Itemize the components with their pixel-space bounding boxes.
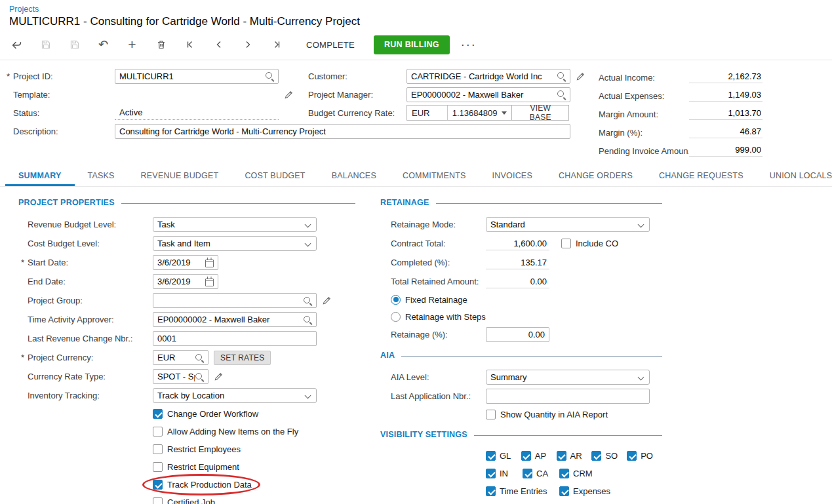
visibility-in[interactable]: IN [486,469,523,478]
first-record-button[interactable] [176,35,203,54]
save-button[interactable] [61,35,88,54]
visibility-time-entries[interactable]: Time Entries [486,486,559,496]
view-base-button[interactable]: VIEW BASE [511,106,568,120]
start-date-field[interactable]: 3/6/2019 [153,255,218,270]
tab-commitments[interactable]: COMMITMENTS [389,166,479,186]
visibility-so[interactable]: SO [591,451,627,461]
description-field[interactable]: Consulting for Cartridge World - Multi-C… [115,124,570,139]
checkbox[interactable] [559,469,569,478]
checkbox-label[interactable]: Restrict Equipment [167,462,239,472]
last-revenue-change-nbr-field[interactable]: 0001 [153,331,317,346]
tab-revenue-budget[interactable]: REVENUE BUDGET [128,166,232,186]
radio-button[interactable] [391,312,401,322]
checkbox-label[interactable]: Show Quantity in AIA Report [500,410,608,419]
calendar-icon[interactable] [205,260,214,267]
certified-job-checkbox-row[interactable]: Certified Job [153,494,355,504]
tab-balances[interactable]: BALANCES [319,166,389,186]
template-edit-button[interactable] [284,90,294,100]
search-icon[interactable] [303,315,312,324]
restrict-employees-checkbox-row[interactable]: Restrict Employees [153,440,355,458]
checkbox[interactable] [486,486,496,496]
retainage-mode-select[interactable]: Standard [486,217,650,232]
search-icon[interactable] [557,71,566,81]
visibility-ca[interactable]: CA [523,469,559,478]
checkbox-label[interactable]: Change Order Workflow [167,409,258,419]
delete-button[interactable] [148,35,174,54]
template-field[interactable] [115,87,279,102]
tab-tasks[interactable]: TASKS [75,166,128,186]
back-button[interactable] [3,35,30,54]
include-co-checkbox-row[interactable]: Include CO [561,235,618,252]
search-icon[interactable] [195,353,204,362]
retainage-with-steps-radio-row[interactable]: Retainage with Steps [380,308,662,325]
currency-rate-type-edit-button[interactable] [214,372,224,381]
allow-adding-new-items-checkbox-row[interactable]: Allow Adding New Items on the Fly [153,423,355,440]
previous-record-button[interactable] [205,35,232,54]
time-activity-approver-field[interactable]: EP00000002 - Maxwell Baker [153,312,317,327]
checkbox[interactable] [627,451,637,461]
add-button[interactable]: + [119,35,146,54]
radio-button[interactable] [391,295,401,305]
checkbox-label[interactable]: Allow Adding New Items on the Fly [167,427,298,436]
restrict-equipment-checkbox-row[interactable]: Restrict Equipment [153,458,355,476]
tab-summary[interactable]: SUMMARY [5,166,75,186]
checkbox[interactable] [561,239,571,248]
project-manager-field[interactable]: EP00000002 - Maxwell Baker [406,87,570,102]
tab-change-orders[interactable]: CHANGE ORDERS [545,166,646,186]
track-production-data-checkbox-row[interactable]: Track Production Data [153,476,355,494]
show-quantity-checkbox-row[interactable]: Show Quantity in AIA Report [486,406,662,423]
checkbox[interactable] [153,480,163,490]
cost-budget-level-select[interactable]: Task and Item [153,236,317,251]
checkbox[interactable] [559,486,569,496]
change-order-workflow-checkbox-row[interactable]: Change Order Workflow [153,405,355,423]
checkbox[interactable] [591,451,601,461]
breadcrumb[interactable]: Projects [9,5,39,14]
project-id-field[interactable]: MULTICURR1 [115,69,279,84]
currency-code-field[interactable]: EUR [407,106,448,120]
visibility-ap[interactable]: AP [521,451,557,461]
visibility-expenses[interactable]: Expenses [559,486,596,496]
search-icon[interactable] [303,296,312,305]
checkbox[interactable] [153,409,163,419]
visibility-crm[interactable]: CRM [559,469,596,478]
complete-button[interactable]: COMPLETE [297,35,364,54]
next-record-button[interactable] [234,35,261,54]
search-icon[interactable] [557,90,566,99]
tab-cost-budget[interactable]: COST BUDGET [231,166,318,186]
customer-field[interactable]: CARTRIDGE - Cartridge World Inc [406,69,570,84]
checkbox-label[interactable]: Include CO [576,239,618,248]
checkbox-label[interactable]: Certified Job [167,497,215,504]
checkbox[interactable] [486,410,496,419]
project-group-field[interactable] [153,293,317,308]
last-application-nbr-field[interactable] [486,389,650,404]
checkbox[interactable] [523,469,532,478]
checkbox[interactable] [153,427,163,436]
checkbox[interactable] [153,497,163,504]
end-date-field[interactable]: 3/6/2019 [153,274,218,289]
checkbox[interactable] [557,451,566,461]
fixed-retainage-radio-row[interactable]: Fixed Retainage [380,291,662,308]
more-actions-button[interactable]: ··· [456,35,482,54]
save-close-button[interactable] [32,35,59,54]
retainage-pct-field[interactable]: 0.00 [486,327,549,342]
search-icon[interactable] [265,71,274,81]
checkbox[interactable] [486,469,496,478]
currency-rate-dropdown[interactable]: 1.13684809 [448,106,512,120]
project-group-edit-button[interactable] [322,296,332,305]
project-currency-field[interactable]: EUR [153,350,208,365]
tab-change-requests[interactable]: CHANGE REQUESTS [646,166,757,186]
currency-rate-type-field[interactable]: SPOT - Spo [153,369,208,384]
revenue-budget-level-select[interactable]: Task [153,217,317,232]
tab-invoices[interactable]: INVOICES [479,166,545,186]
checkbox[interactable] [153,462,163,472]
inventory-tracking-select[interactable]: Track by Location [153,388,317,403]
visibility-gl[interactable]: GL [486,451,521,461]
customer-edit-button[interactable] [576,71,585,81]
visibility-po[interactable]: PO [627,451,662,461]
visibility-ar[interactable]: AR [557,451,592,461]
radio-label[interactable]: Retainage with Steps [405,312,486,322]
set-rates-button[interactable]: SET RATES [214,351,271,365]
checkbox[interactable] [486,451,496,461]
aia-level-select[interactable]: Summary [486,370,650,385]
tab-union-locals[interactable]: UNION LOCALS [757,166,832,186]
